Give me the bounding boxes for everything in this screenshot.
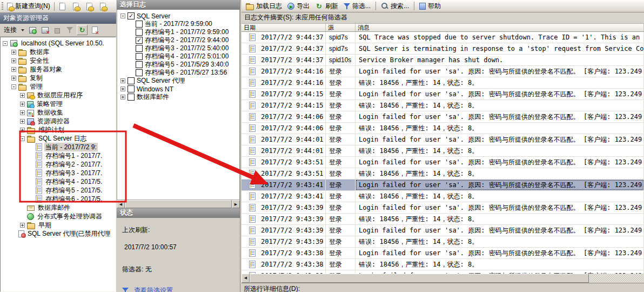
filter-disabled-button[interactable] xyxy=(64,25,75,35)
table-row[interactable]: 2017/7/2 9:44:37spid10sService Broker ma… xyxy=(242,55,644,66)
disconnect-server-button[interactable] xyxy=(39,25,50,35)
checkbox[interactable] xyxy=(136,61,143,68)
log-grid-hscrollbar[interactable]: ◀ xyxy=(242,274,644,283)
tree-item[interactable]: -localhost (SQL Server 10.50. xyxy=(1,39,116,48)
checkbox[interactable] xyxy=(136,69,143,76)
table-row[interactable]: 2017/7/2 9:43:51登录Login failed for user … xyxy=(242,157,644,168)
filter-button[interactable]: 筛选... xyxy=(341,1,373,11)
table-row[interactable]: 2017/7/2 9:43:41登录错误: 18456，严重性: 14，状态: … xyxy=(242,191,644,202)
log-selector-item[interactable]: +数据库邮件 xyxy=(117,93,239,101)
expand-icon[interactable]: + xyxy=(20,223,25,228)
xmla-query-doc-button[interactable] xyxy=(98,1,108,12)
log-selector-hscrollbar[interactable]: ◀ ▶ xyxy=(117,200,240,208)
tree-item[interactable]: +策略管理 xyxy=(1,99,116,108)
table-row[interactable]: 2017/7/2 9:43:39登录Login failed for user … xyxy=(242,225,644,236)
expand-icon[interactable]: + xyxy=(11,58,16,63)
tree-item[interactable]: 存档编号4 - 2017/5. xyxy=(1,177,116,186)
expand-icon[interactable]: + xyxy=(20,110,25,115)
new-query-button[interactable]: 新建查询(N) xyxy=(5,1,52,12)
expand-icon[interactable]: + xyxy=(11,67,16,72)
connect-server-button[interactable] xyxy=(27,25,38,35)
table-row[interactable]: 2017/7/2 9:43:39登录Login failed for user … xyxy=(242,202,644,214)
expand-icon[interactable]: + xyxy=(11,76,16,81)
table-row[interactable]: 2017/7/2 9:43:38登录错误: 18456，严重性: 14，状态: … xyxy=(242,259,644,270)
table-row[interactable]: 2017/7/2 9:44:01登录Login failed for user … xyxy=(242,134,644,145)
tree-item[interactable]: +数据层应用程序 xyxy=(1,91,116,99)
log-selector-item[interactable]: 存档编号1 - 2017/7/2 9:59:00 xyxy=(117,28,239,36)
scroll-left-icon[interactable]: ◀ xyxy=(117,200,125,208)
tree-item[interactable]: 当前 - 2017/7/2 9: xyxy=(1,143,116,151)
expand-icon[interactable]: + xyxy=(20,102,25,107)
table-row[interactable]: 2017/7/2 9:44:16登录Login failed for user … xyxy=(242,66,644,77)
toolbar-grip[interactable] xyxy=(2,2,3,11)
checkbox[interactable] xyxy=(128,85,135,92)
column-header-message[interactable]: 消息 xyxy=(355,24,644,31)
tree-item[interactable]: +服务器对象 xyxy=(1,65,116,74)
table-row[interactable]: 2017/7/2 9:44:06登录错误: 18456，严重性: 14，状态: … xyxy=(242,123,644,134)
log-selector-item[interactable]: 存档编号4 - 2017/7/2 5:01:00 xyxy=(117,52,239,61)
search-button[interactable]: 搜索... xyxy=(379,1,411,11)
column-header-date[interactable]: 日期 xyxy=(242,24,326,31)
tree-item[interactable]: 存档编号6 - 2017/5. xyxy=(1,195,116,203)
tree-item[interactable]: 分布式事务处理协调器 xyxy=(1,212,116,221)
script-error-button[interactable] xyxy=(89,25,100,35)
expand-icon[interactable]: + xyxy=(20,119,25,124)
tree-item[interactable]: 存档编号1 - 2017/7. xyxy=(1,151,116,160)
scrollbar-thumb[interactable] xyxy=(250,274,589,283)
tree-item[interactable]: 数据库邮件 xyxy=(1,203,116,212)
tree-item[interactable]: +维护计划 xyxy=(1,125,116,134)
table-row[interactable]: 2017/7/2 9:44:37spid7sSQL Server is term… xyxy=(242,43,644,55)
mdx-query-doc-button[interactable] xyxy=(71,1,81,12)
column-header-source[interactable]: 源 xyxy=(326,24,355,31)
checkbox[interactable] xyxy=(136,45,143,52)
expand-icon[interactable]: + xyxy=(20,128,25,132)
stop-disabled-button[interactable] xyxy=(52,25,63,35)
checkbox[interactable] xyxy=(128,94,135,101)
scroll-right-icon[interactable]: ▶ xyxy=(232,200,240,208)
blank-doc-button[interactable] xyxy=(57,1,68,12)
table-row[interactable]: 2017/7/2 9:44:15登录Login failed for user … xyxy=(242,89,644,100)
log-selector-item[interactable]: 存档编号5 - 2017/5/29 3:40:0 xyxy=(117,61,239,69)
table-row[interactable]: 2017/7/2 9:43:41登录Login failed for user … xyxy=(242,180,644,191)
table-row[interactable]: 2017/7/2 9:44:16登录错误: 18456，严重性: 14，状态: … xyxy=(242,77,644,89)
tree-item[interactable]: -SQL Server 日志 xyxy=(1,134,116,143)
expand-icon[interactable]: + xyxy=(20,93,25,98)
tree-item[interactable]: -管理 xyxy=(1,82,116,91)
expand-icon[interactable]: + xyxy=(11,50,16,55)
log-selector-item[interactable]: 存档编号3 - 2017/7/2 5:40:00 xyxy=(117,44,239,52)
log-selector-item[interactable]: +Windows NT xyxy=(117,85,239,93)
collapse-icon[interactable]: - xyxy=(20,136,25,141)
help-button[interactable]: 帮助 xyxy=(417,1,443,11)
scrollbar-thumb[interactable] xyxy=(125,200,232,208)
log-selector-item[interactable]: ✓存档编号2 - 2017/7/2 9:44:00 xyxy=(117,36,239,44)
expand-icon[interactable]: + xyxy=(120,95,125,99)
table-row[interactable]: 2017/7/2 9:43:38登录Login failed for user … xyxy=(242,248,644,259)
tree-item[interactable]: +资源调控器 xyxy=(1,117,116,125)
log-selector-item[interactable]: 存档编号6 - 2017/5/27 13:56 xyxy=(117,69,239,77)
table-row[interactable]: 2017/7/2 9:43:39登录错误: 18456，严重性: 14，状态: … xyxy=(242,236,644,248)
table-row[interactable]: 2017/7/2 9:44:01登录错误: 18456，严重性: 14，状态: … xyxy=(242,145,644,157)
expand-icon[interactable]: + xyxy=(120,78,125,83)
tree-item[interactable]: +数据库 xyxy=(1,48,116,56)
log-selector-item[interactable]: 当前 - 2017/7/2 9:59:00 xyxy=(117,20,239,28)
checkbox[interactable] xyxy=(136,21,143,28)
dmx-query-doc-button[interactable] xyxy=(84,1,95,12)
tree-item[interactable]: 存档编号3 - 2017/7. xyxy=(1,169,116,177)
scroll-left-icon[interactable]: ◀ xyxy=(242,274,250,283)
tree-item[interactable]: SQL Server 代理(已禁用代理 xyxy=(1,229,116,238)
expand-icon[interactable]: + xyxy=(120,87,125,91)
refresh-button[interactable]: ↻刷新 xyxy=(313,1,340,11)
table-row[interactable]: 2017/7/2 9:43:51登录错误: 18456，严重性: 14，状态: … xyxy=(242,168,644,180)
checkbox-checked[interactable]: ✓ xyxy=(128,12,135,19)
export-button[interactable]: 导出 xyxy=(285,1,312,11)
tree-item[interactable]: 存档编号5 - 2017/5. xyxy=(1,186,116,195)
table-row[interactable]: 2017/7/2 9:44:06登录Login failed for user … xyxy=(242,111,644,123)
log-selector-item[interactable]: -✓SQL Server xyxy=(117,12,239,20)
tree-item[interactable]: 存档编号2 - 2017/7. xyxy=(1,160,116,169)
checkbox-checked[interactable]: ✓ xyxy=(136,37,143,44)
checkbox[interactable] xyxy=(136,53,143,60)
checkbox[interactable] xyxy=(128,77,135,84)
folder-open-button[interactable]: 加载日志 xyxy=(244,1,284,11)
view-filter-settings-link[interactable]: 查看筛选设置 xyxy=(134,286,173,292)
refresh-button[interactable]: ↻ xyxy=(77,25,88,35)
